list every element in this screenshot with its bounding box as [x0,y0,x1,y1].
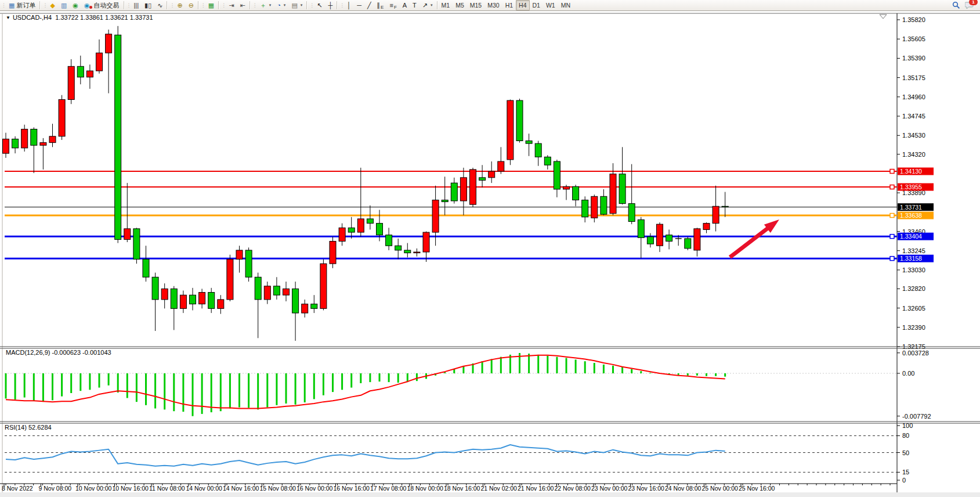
trendline-button[interactable]: ╱ [364,0,374,10]
new-order-button[interactable]: ▦新订单 [6,0,38,10]
hline-marker[interactable] [890,257,894,261]
equidistant-channel-icon: ∥ [377,2,381,9]
symbol-period-label: USDCAD-,H4 [13,14,52,21]
tile-windows-button[interactable]: ▦ [205,0,217,10]
svg-text:9 Nov 08:00: 9 Nov 08:00 [39,485,72,492]
crosshair-button[interactable]: ┼ [326,0,336,10]
hline-marker[interactable] [890,170,894,174]
timeframe-d1-button[interactable]: D1 [530,0,543,10]
new-order-icon: ▦ [9,2,15,9]
signals-button[interactable]: ◉ [70,0,81,10]
svg-text:23 Nov 00:00: 23 Nov 00:00 [591,485,628,492]
svg-text:18 Nov 00:00: 18 Nov 00:00 [407,485,444,492]
svg-text:10 Nov 16:00: 10 Nov 16:00 [113,485,149,492]
toolbar-separator [124,1,124,9]
candlestick-chart-button[interactable]: ▮▯ [142,0,154,10]
time-axis[interactable]: 8 Nov 20229 Nov 08:0010 Nov 00:0010 Nov … [0,484,897,492]
svg-text:21 Nov 16:00: 21 Nov 16:00 [518,485,554,492]
zoom-out-button[interactable]: ⊖ [186,0,197,10]
metaeditor-button[interactable]: ◆ [47,0,57,10]
text-icon: A [403,2,407,9]
periods-button[interactable]: ◔▾ [274,0,288,10]
svg-text:1.33731: 1.33731 [900,204,922,211]
timeframe-w1-button[interactable]: W1 [543,0,558,10]
equidistant-channel-sub-label: E [381,5,384,10]
horizontal-line-button[interactable]: ─ [354,0,364,10]
toolbar-grip: ⋮ [126,2,131,8]
equidistant-channel-button[interactable]: ∥E [374,0,387,10]
toolbar-grip: ⋮ [309,2,313,8]
hline-marker[interactable] [890,214,894,218]
notifications-icon[interactable]: 1 [965,1,974,9]
svg-text:1.33158: 1.33158 [900,255,922,262]
timeframe-toolbar: M1M5M15M30H1H4D1W1MN [439,0,573,10]
toolbar-separator [249,1,250,9]
fibonacci-button[interactable]: ≡F [386,0,399,10]
templates-button[interactable]: ▤▾ [288,0,305,10]
arrows-button[interactable]: ↗▾ [420,0,436,10]
toolbar-separator [306,1,307,9]
auto-scroll-button[interactable]: ⇥ [226,0,237,10]
indicators-button[interactable]: ＋▾ [257,0,274,10]
toolbar-grip: ⋮ [221,2,225,8]
ohlc-values: 1.33722 1.33861 1.33621 1.33731 [55,14,153,21]
timeframe-h1-button[interactable]: H1 [502,0,516,10]
svg-text:23 Nov 16:00: 23 Nov 16:00 [628,485,665,492]
crosshair-icon: ┼ [328,2,333,9]
svg-text:1.33404: 1.33404 [900,233,922,240]
svg-text:17 Nov 08:00: 17 Nov 08:00 [370,485,407,492]
toolbar-groups: ⋮▦新订单⋮◆▥◉◉自动交易⋮|||▮▯∿⋮⊕⊖⋮▦⋮⇥⇤⋮＋▾◔▾▤▾⋮↖┼⋮… [0,0,439,10]
hline-marker[interactable] [890,235,894,239]
timeframe-m1-button[interactable]: M1 [439,0,453,10]
svg-text:1.35175: 1.35175 [902,74,925,81]
chart-shift-button[interactable]: ⇤ [237,0,248,10]
svg-text:21 Nov 02:00: 21 Nov 02:00 [481,485,518,492]
toolbar-grip: ⋮ [339,2,343,8]
text-label-button[interactable]: T [410,0,420,10]
indicators-caret-icon: ▾ [269,3,272,8]
toolbar-right: 1 [952,1,980,9]
zoom-in-button[interactable]: ⊕ [174,0,185,10]
search-icon[interactable] [952,1,960,9]
auto-scroll-icon: ⇥ [229,2,234,9]
text-button[interactable]: A [400,0,410,10]
bar-chart-button[interactable]: ||| [131,0,142,10]
svg-text:1.34130: 1.34130 [900,168,922,175]
svg-text:25 Nov 00:00: 25 Nov 00:00 [702,485,739,492]
toolbar-separator [218,1,219,9]
charts-button[interactable]: ▥ [58,0,70,10]
toolbar-separator [39,1,40,9]
bar-chart-icon: ||| [134,2,139,9]
timeframe-m5-button[interactable]: M5 [453,0,467,10]
hline-marker[interactable] [890,185,894,189]
svg-text:25 Nov 16:00: 25 Nov 16:00 [739,485,775,492]
svg-text:-0.007792: -0.007792 [902,413,931,420]
svg-text:14 Nov 00:00: 14 Nov 00:00 [186,485,223,492]
indicators-icon: ＋ [260,2,266,9]
symbol-dropdown-icon[interactable]: ▼ [6,15,10,20]
svg-text:15: 15 [902,469,909,476]
vertical-line-button[interactable]: │ [344,0,354,10]
autotrading-status-dot [89,6,92,9]
line-chart-button[interactable]: ∿ [154,0,165,10]
rsi-indicator-label: RSI(14) 52.6284 [5,424,52,431]
toolbar-separator [198,1,198,9]
timeframe-m30-button[interactable]: M30 [484,0,502,10]
zoom-in-icon: ⊕ [177,2,182,9]
zoom-out-icon: ⊖ [189,2,194,9]
chart-shift-icon: ⇤ [240,2,245,9]
svg-text:10 Nov 00:00: 10 Nov 00:00 [75,485,112,492]
timeframe-mn-button[interactable]: MN [558,0,573,10]
timeframe-m15-button[interactable]: M15 [467,0,484,10]
metaeditor-icon: ◆ [50,2,55,9]
autotrading-button[interactable]: ◉自动交易 [81,0,122,10]
new-order-label: 新订单 [16,1,35,10]
arrows-icon: ↗ [422,2,428,9]
cursor-button[interactable]: ↖ [314,0,325,10]
toolbar-grip: ⋮ [42,2,46,8]
svg-text:1.35605: 1.35605 [902,35,925,42]
svg-text:0: 0 [902,477,906,484]
timeframe-h4-button[interactable]: H4 [516,0,529,10]
chart-canvas[interactable]: 1.358201.356051.353901.351751.349601.347… [0,0,980,497]
svg-text:1.32390: 1.32390 [902,324,925,331]
